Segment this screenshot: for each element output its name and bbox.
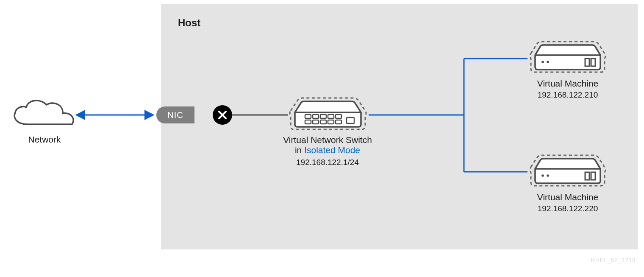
network-label: Network (23, 134, 66, 145)
vm1-icon (527, 39, 608, 79)
nic-label: NIC (167, 110, 183, 120)
host-label: Host (178, 17, 200, 29)
vm2-ip: 192.168.122.220 (532, 204, 604, 213)
switch-mode-prefix: in (295, 145, 304, 155)
svg-point-21 (541, 61, 544, 63)
switch-name: Virtual Network Switch (264, 135, 391, 145)
switch-ip: 192.168.122.1/24 (264, 158, 391, 167)
switch-mode: Isolated Mode (304, 145, 360, 155)
vm1-labels: Virtual Machine 192.168.122.210 (532, 78, 604, 100)
vm2-icon (527, 153, 608, 193)
nic-pill: NIC (156, 106, 194, 123)
vm2-name: Virtual Machine (532, 192, 604, 202)
vm1-name: Virtual Machine (532, 78, 604, 89)
blocked-icon (213, 105, 232, 125)
svg-point-22 (547, 61, 549, 63)
svg-point-27 (547, 174, 549, 177)
svg-point-26 (541, 174, 544, 177)
switch-labels: Virtual Network Switch in Isolated Mode … (264, 135, 391, 167)
diagram-stage: Host Network NIC (0, 0, 644, 277)
switch-icon (287, 95, 369, 135)
cloud-icon (8, 95, 76, 134)
vm2-labels: Virtual Machine 192.168.122.220 (532, 192, 604, 213)
footer-tag: RHEL_52_1219 (591, 257, 636, 263)
switch-mode-line: in Isolated Mode (264, 145, 391, 155)
vm1-ip: 192.168.122.210 (532, 90, 604, 100)
